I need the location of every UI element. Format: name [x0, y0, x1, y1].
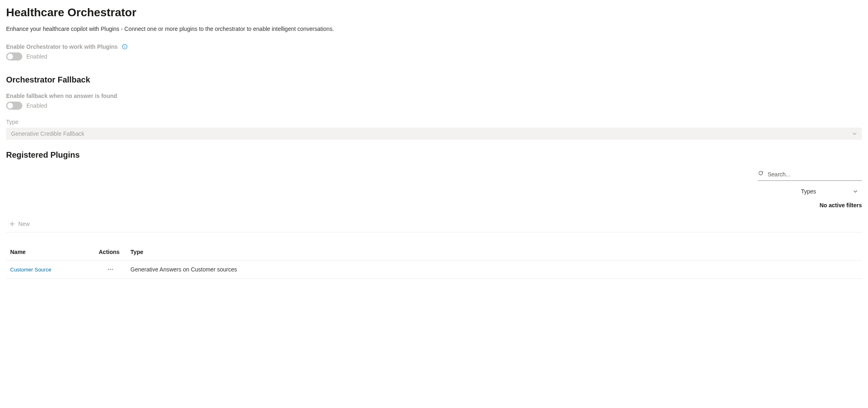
plugin-search[interactable] — [758, 168, 862, 181]
page-description: Enhance your healthcare copilot with Plu… — [6, 26, 862, 32]
registered-plugins-heading: Registered Plugins — [6, 150, 862, 160]
enable-fallback-label: Enable fallback when no answer is found — [6, 93, 862, 99]
search-input[interactable] — [768, 171, 862, 178]
column-actions[interactable]: Actions — [95, 244, 126, 260]
enable-fallback-label-text: Enable fallback when no answer is found — [6, 93, 117, 99]
column-name[interactable]: Name — [6, 244, 95, 260]
more-actions-icon[interactable]: ··· — [108, 266, 114, 273]
plus-icon — [9, 221, 15, 227]
types-filter[interactable]: Types — [797, 186, 862, 197]
enable-fallback-toggle-status: Enabled — [26, 102, 47, 109]
enable-orchestrator-toggle-status: Enabled — [26, 53, 47, 60]
chevron-down-icon — [852, 131, 857, 136]
plugin-type-cell: Generative Answers on Customer sources — [126, 260, 862, 279]
types-filter-label: Types — [801, 188, 816, 195]
no-active-filters: No active filters — [820, 202, 862, 208]
search-icon — [758, 170, 764, 178]
fallback-type-label: Type — [6, 119, 862, 125]
fallback-type-value: Generative Credible Fallback — [11, 130, 85, 137]
info-icon[interactable] — [122, 44, 128, 50]
chevron-down-icon — [853, 189, 858, 194]
new-button-label: New — [18, 221, 30, 227]
enable-fallback-toggle[interactable] — [6, 102, 22, 110]
fallback-heading: Orchestrator Fallback — [6, 75, 862, 85]
plugin-name-link[interactable]: Customer Source — [10, 267, 51, 273]
fallback-type-select[interactable]: Generative Credible Fallback — [6, 128, 862, 140]
table-row: Customer Source ··· Generative Answers o… — [6, 260, 862, 279]
column-type[interactable]: Type — [126, 244, 862, 260]
enable-orchestrator-label-text: Enable Orchestrator to work with Plugins — [6, 43, 118, 50]
enable-orchestrator-label: Enable Orchestrator to work with Plugins — [6, 43, 862, 50]
new-plugin-button[interactable]: New — [9, 221, 30, 227]
page-title: Healthcare Orchestrator — [6, 6, 862, 19]
svg-point-3 — [759, 171, 763, 175]
enable-orchestrator-toggle[interactable] — [6, 52, 22, 61]
plugins-table: Name Actions Type Customer Source ··· Ge… — [6, 244, 862, 279]
svg-point-2 — [124, 46, 125, 46]
